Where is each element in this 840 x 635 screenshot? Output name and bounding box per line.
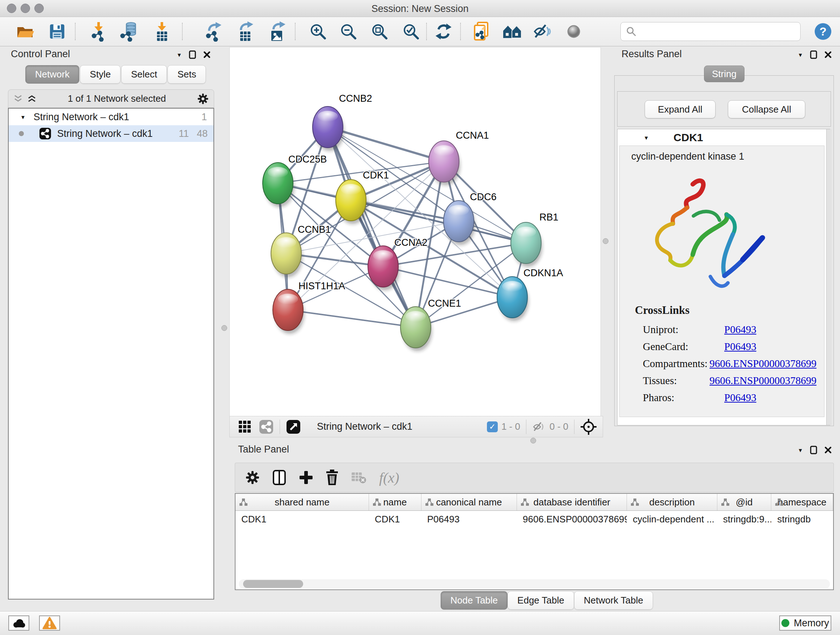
export-network-button[interactable] [203,21,224,42]
left-splitter-handle[interactable] [221,325,227,331]
zoom-out-button[interactable] [338,21,359,42]
warning-status-button[interactable] [39,616,60,631]
table-row[interactable]: CDK1CDK1P064939606.ENSP00000378699cyclin… [235,511,833,527]
crosslinks-heading: CrossLinks [635,304,690,317]
right-splitter-handle[interactable] [603,238,608,244]
inspect-orb-button[interactable] [563,21,584,42]
collapse-panel-icon[interactable]: ▼ [798,448,803,453]
results-scrollbar[interactable] [826,129,832,425]
cell-database-identifier[interactable]: 9606.ENSP00000378699 [517,514,627,525]
float-panel-icon[interactable] [810,50,818,59]
crosslink-value[interactable]: P06493 [724,324,756,336]
network-row-selected[interactable]: String Network – cdk1 11 48 [9,125,213,142]
table-gear-icon[interactable] [245,470,260,485]
collapse-all-button[interactable]: Collapse All [728,100,805,119]
cell-name[interactable]: CDK1 [369,514,422,525]
help-button[interactable]: ? [813,21,834,42]
cell--id[interactable]: stringdb:9... [717,514,772,525]
crosslink-value[interactable]: P06493 [724,340,756,353]
memory-button[interactable]: Memory [779,616,831,631]
edge[interactable] [383,266,512,297]
tree-expander-icon[interactable]: ▼ [20,114,26,120]
gear-icon[interactable] [197,93,209,105]
node-ccna2[interactable]: CCNA2 [368,237,428,290]
node-label: CCNB1 [298,224,331,235]
float-panel-icon[interactable] [188,50,196,59]
network-canvas[interactable]: CCNB2CCNA1CDC25BCDK1CDC6RB1CCNB1CCNA2CDK… [229,47,601,417]
tab-sets[interactable]: Sets [167,65,206,84]
close-panel-icon[interactable] [824,51,832,59]
tab-node-table[interactable]: Node Table [441,591,508,610]
tab-edge-table[interactable]: Edge Table [508,591,574,610]
export-image-button[interactable] [267,21,287,42]
open-in-window-icon[interactable] [286,419,301,434]
search-input[interactable] [637,24,800,39]
string-home-button[interactable] [502,21,523,42]
grid-view-icon[interactable] [238,420,252,434]
column-header-canonical-name[interactable]: canonical name [422,494,517,510]
node-ccnb2[interactable]: CCNB2 [313,93,372,151]
cell-canonical-name[interactable]: P06493 [422,514,517,525]
crosslink-value[interactable]: P06493 [724,392,756,404]
column-header-name[interactable]: name [369,494,422,510]
selected-checkbox-icon[interactable]: ✓ [487,421,498,432]
import-table-button[interactable] [151,21,172,42]
cell-shared-name[interactable]: CDK1 [235,514,369,525]
network-graph[interactable]: CCNB2CCNA1CDC25BCDK1CDC6RB1CCNB1CCNA2CDK… [230,48,600,416]
expand-all-button[interactable]: Expand All [645,100,715,119]
import-network-button[interactable] [88,21,109,42]
node-ccne1[interactable]: CCNE1 [401,298,461,351]
save-session-button[interactable] [47,21,68,42]
close-panel-icon[interactable] [824,446,832,454]
clone-network-button[interactable] [471,21,492,42]
gene-expander-icon[interactable]: ▼ [644,135,649,141]
cell-description[interactable]: cyclin-dependent ... [627,514,717,525]
add-column-icon[interactable] [299,470,313,485]
zoom-selected-button[interactable] [401,21,422,42]
crosslink-value[interactable]: 9606.ENSP00000378699 [709,375,816,386]
cloud-status-button[interactable] [8,616,29,631]
edge[interactable] [328,127,416,327]
show-columns-icon[interactable] [272,470,286,486]
node-cdkn1a[interactable]: CDKN1A [497,268,563,321]
crosslink-value[interactable]: 9606.ENSP00000378699 [709,358,816,370]
table-hscrollbar-thumb[interactable] [243,580,303,588]
tab-style[interactable]: Style [80,65,120,84]
collapse-panel-icon[interactable]: ▼ [798,52,803,57]
node-rb1[interactable]: RB1 [511,212,559,267]
gene-section-header[interactable]: ▼ CDK1 [617,129,830,146]
table-hscrollbar-track[interactable] [239,579,830,589]
network-view-share-icon[interactable] [259,419,274,434]
column-header-database-identifier[interactable]: database identifier [517,494,627,510]
edge[interactable] [288,310,416,327]
column-header-shared-name[interactable]: shared name [235,494,369,510]
import-database-button[interactable] [118,21,139,42]
network-collection-row[interactable]: ▼ String Network – cdk1 1 [9,109,213,125]
tab-network[interactable]: Network [25,65,79,84]
column-header--id[interactable]: @id [717,494,772,510]
collapse-panel-icon[interactable]: ▼ [177,52,182,57]
results-tab-string[interactable]: String [704,65,745,82]
zoom-fit-button[interactable] [369,21,390,42]
float-panel-icon[interactable] [810,445,818,455]
close-panel-icon[interactable] [203,51,211,59]
cell-namespace[interactable]: stringdb [771,514,833,525]
zoom-in-button[interactable] [308,21,328,42]
tab-select[interactable]: Select [121,65,167,84]
open-session-button[interactable] [14,21,35,42]
search-box[interactable] [621,22,801,41]
bottom-splitter-handle[interactable] [531,438,536,443]
column-header-description[interactable]: description [627,494,717,510]
refresh-button[interactable] [433,21,454,42]
export-table-button[interactable] [235,21,256,42]
expand-all-icon[interactable] [27,95,36,103]
column-header-namespace[interactable]: namespace [771,494,833,510]
birdseye-icon[interactable] [580,418,597,435]
delete-column-icon[interactable] [325,470,339,486]
tab-network-table[interactable]: Network Table [574,591,653,610]
hide-glass-button[interactable] [532,21,553,42]
collapse-all-icon[interactable] [13,95,23,103]
edge[interactable] [328,127,444,162]
node-hist1h1a[interactable]: HIST1H1A [273,280,345,334]
edge-count: 48 [189,128,213,139]
